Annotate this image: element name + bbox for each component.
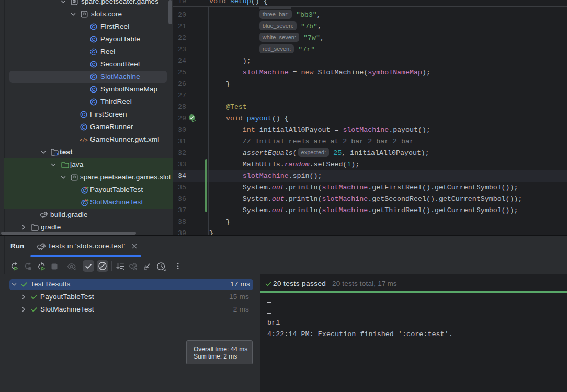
svg-text:C: C	[92, 49, 96, 54]
